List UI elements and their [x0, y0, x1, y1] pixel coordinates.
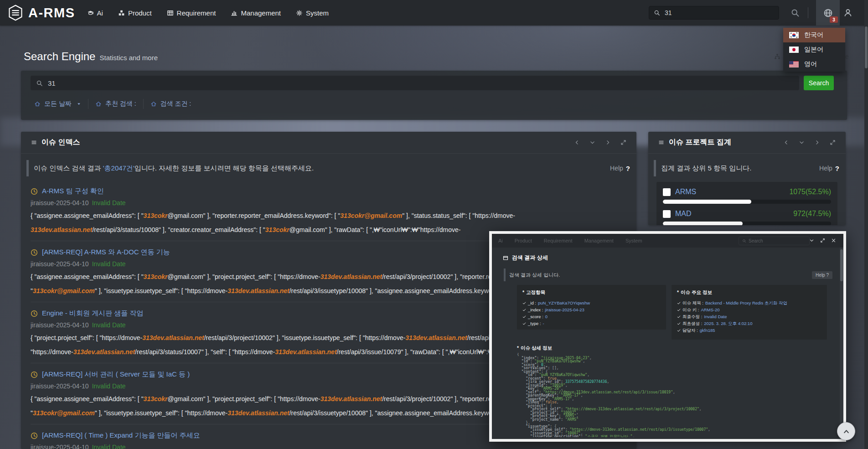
json-token: ,: [581, 393, 583, 397]
nav-item-system[interactable]: System: [296, 9, 329, 17]
project-count: 1075(52.5%): [789, 188, 831, 196]
star-bullet-icon: *: [522, 289, 524, 295]
aggregation-row-header: ARMS1075(52.5%): [663, 188, 831, 196]
json-token: ,: [632, 434, 635, 437]
lang-item-label: 일본어: [804, 46, 823, 54]
issue-title-link[interactable]: A-RMS 팀 구성 확인: [42, 187, 104, 196]
scroll-to-top-button[interactable]: [837, 422, 855, 440]
nav-item-ai[interactable]: Ai: [87, 9, 103, 17]
json-token: ,: [572, 397, 574, 401]
modal-field-row: 이슈 제목 : Backend - Middle Proxy Redis 초기화…: [677, 299, 822, 306]
user-icon[interactable]: [843, 8, 852, 17]
json-token: "https://dmove-313dev.atlassian.net/rest…: [570, 428, 708, 432]
filter-1[interactable]: 모든 날짜: [27, 100, 88, 108]
lang-item-kr[interactable]: 한국어: [783, 28, 845, 42]
filter-2[interactable]: 추천 검색 :: [88, 100, 143, 108]
project-label[interactable]: MAD: [675, 210, 692, 218]
project-label[interactable]: ARMS: [675, 188, 696, 196]
page-title: Search Engine Statistics and more: [24, 50, 158, 63]
progress-fill: [663, 200, 751, 204]
json-line: "project_name": "ARMS": [517, 418, 824, 422]
language-dropdown: 한국어일본어영어: [783, 28, 845, 72]
checkbox[interactable]: [663, 188, 671, 196]
expand-icon[interactable]: [820, 238, 825, 243]
nav-item-requirement[interactable]: Requirement: [167, 9, 216, 17]
lang-item-label: 한국어: [804, 31, 823, 39]
lang-item-label: 영어: [804, 60, 817, 68]
expand-icon[interactable]: [830, 139, 836, 145]
panel-title-text: 이슈 인덱스: [41, 138, 80, 147]
chevron-left-icon[interactable]: [574, 139, 580, 145]
navbar-divider: [808, 7, 808, 18]
json-token: ,: [708, 428, 710, 432]
json-segment: 313cokr: [265, 226, 289, 233]
progress-fill: [663, 222, 743, 225]
modal-window-controls: [809, 238, 836, 243]
arrow-up-icon: [842, 428, 850, 435]
notice-prefix: 이슈 인덱스 검색 결과: [34, 164, 103, 172]
home-icon: [34, 101, 41, 107]
chevron-down-icon[interactable]: [809, 238, 814, 243]
filter-3[interactable]: 검색 조건 :: [144, 100, 198, 108]
json-line: "upperKey": "ARMS-17",: [517, 397, 824, 401]
expand-icon[interactable]: [620, 139, 626, 145]
json-segment: "https://dmove-: [31, 348, 73, 356]
issue-title-link[interactable]: Engine - 비회원 게시판 샘플 작업: [42, 309, 144, 318]
help-button[interactable]: Help ?: [812, 271, 832, 279]
us-flag-icon: [789, 61, 799, 67]
chevron-right-icon[interactable]: [814, 139, 820, 145]
issue-title-link[interactable]: [ARMS-REQ] 서버 관리 ( Server 모듈 및 IaC 등 ): [42, 370, 190, 379]
check-icon: [677, 329, 681, 332]
issue-title-link[interactable]: [ARMS-REQ] A-RMS 와 A-DOC 연동 기능: [42, 248, 170, 257]
check-icon: [522, 301, 526, 305]
checkbox[interactable]: [663, 210, 671, 218]
page-scrollbar-thumb[interactable]: [865, 26, 868, 68]
topbar-search-button[interactable]: [790, 8, 800, 17]
chevron-left-icon[interactable]: [783, 139, 789, 145]
brand-logo[interactable]: A-RMS: [7, 5, 75, 21]
modal-field-row: _id : puN_YZYBaKa7OYiqwshw: [522, 299, 661, 306]
search-icon: [742, 239, 746, 243]
search-filters: 모든 날짜추천 검색 :검색 조건 :: [27, 97, 198, 111]
filter-label: 검색 조건 :: [160, 100, 191, 108]
field-value: 0: [545, 313, 548, 320]
issue-meta-index: jiraissue-2025-04-10: [31, 321, 89, 329]
json-token: [],: [552, 366, 558, 370]
json-segment: /rest/api/3/issuetype/10008" ], "assigne…: [289, 409, 510, 417]
chevron-down-icon[interactable]: [799, 139, 805, 145]
search-icon: [36, 80, 43, 87]
nav-search-input[interactable]: [664, 9, 774, 17]
lang-item-jp[interactable]: 일본어: [783, 42, 845, 57]
modal-scrollbar-thumb[interactable]: [840, 249, 843, 281]
json-segment: 313cokr: [144, 273, 168, 280]
chevron-down-icon[interactable]: [589, 139, 595, 145]
json-segment: @gmail.com" ], "rawData": [ ",₩"iconUrl₩…: [289, 226, 461, 233]
search-button[interactable]: Search: [804, 76, 834, 90]
chevron-right-icon[interactable]: [605, 139, 611, 145]
json-segment: { "project.project_self": [ "https://dmo…: [31, 334, 142, 341]
json-segment: { "assignee.assignee_emailAddress": [ ": [31, 395, 144, 403]
issue-title-link[interactable]: [ARMS-REQ] ( Time ) Expand 기능을 만들어 주세요: [42, 431, 200, 440]
json-token: "ARMS": [565, 418, 579, 422]
json-segment: /rest/api/3/issuetype/10008" ], "assigne…: [289, 287, 510, 294]
field-value: 2025. 3. 28. 오후 4:02:10: [704, 320, 752, 327]
modal-scrollbar[interactable]: [840, 248, 843, 439]
nav-item-management[interactable]: Management: [231, 9, 281, 17]
help-button[interactable]: Help?: [819, 165, 839, 172]
notice-count-link[interactable]: '총2047건': [103, 164, 134, 172]
close-icon[interactable]: [831, 238, 836, 243]
page-scrollbar[interactable]: [864, 0, 868, 449]
lang-item-us[interactable]: 영어: [783, 57, 845, 72]
nav-item-product[interactable]: Product: [118, 9, 152, 17]
issue-meta-index: jiraissue-2025-04-10: [31, 260, 89, 268]
issue-json-line: { "assignee.assignee_emailAddress": [ "3…: [31, 211, 630, 221]
table-icon: [167, 10, 174, 16]
help-label: Help: [610, 165, 623, 172]
main-search-input[interactable]: [47, 79, 794, 88]
aggregation-results: ARMS1075(52.5%)MAD972(47.5%): [656, 182, 837, 225]
json-segment: " ], "issuetype.issuetype_self": [ "http…: [95, 409, 227, 417]
help-button[interactable]: Help?: [610, 165, 630, 172]
aggregation-title: 이슈 프로젝트 집계: [658, 138, 731, 147]
json-line: "id": "puN_YZYBaKa7OYiqwshw",: [517, 360, 824, 363]
aggregation-row: MAD972(47.5%): [663, 210, 831, 225]
